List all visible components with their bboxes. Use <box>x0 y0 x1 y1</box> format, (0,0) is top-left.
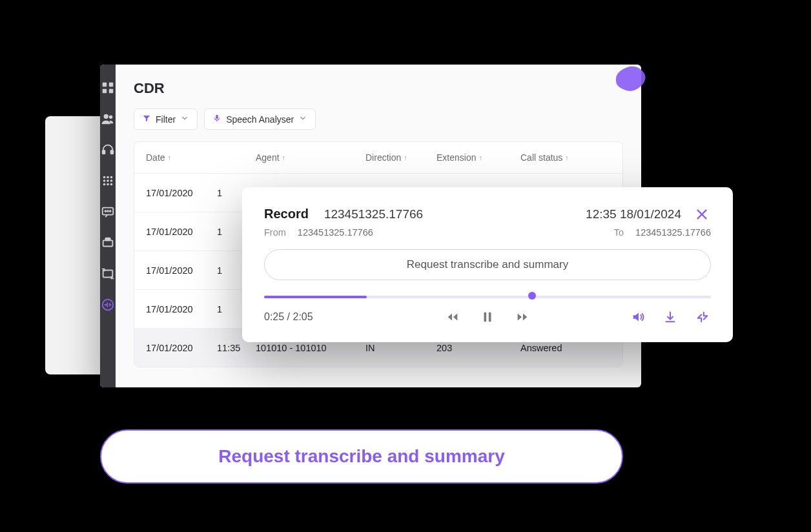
svg-point-15 <box>107 183 109 186</box>
time-display: 0:25 / 2:05 <box>264 311 444 323</box>
filter-icon <box>142 114 151 125</box>
svg-point-5 <box>109 116 113 119</box>
table-header: Date↑ Agent↑ Direction↑ Extension↑ Call … <box>134 142 622 173</box>
progress-fill <box>264 296 367 298</box>
to-label: To <box>614 227 624 238</box>
dialpad-icon[interactable] <box>100 173 116 189</box>
svg-point-14 <box>103 183 106 186</box>
to-value: 123451325.17766 <box>635 227 711 238</box>
request-transcribe-button[interactable]: Request transcribe and summary <box>264 249 711 280</box>
chevron-down-icon <box>298 114 307 125</box>
svg-point-12 <box>107 179 109 182</box>
sort-arrow-icon: ↑ <box>404 154 407 161</box>
col-date[interactable]: Date↑ <box>146 152 217 163</box>
svg-rect-25 <box>216 115 218 119</box>
svg-point-13 <box>110 179 113 182</box>
dashboard-icon[interactable] <box>100 80 116 96</box>
forward-button[interactable] <box>514 309 531 325</box>
scrub-handle[interactable] <box>528 292 536 300</box>
filter-button[interactable]: Filter <box>134 108 198 130</box>
svg-point-19 <box>107 210 108 212</box>
mic-icon <box>212 114 221 125</box>
sort-arrow-icon: ↑ <box>565 154 569 161</box>
rewind-button[interactable] <box>444 309 461 325</box>
minimize-button[interactable] <box>694 309 711 325</box>
svg-rect-21 <box>103 240 113 246</box>
speech-analyser-label: Speech Analyser <box>226 114 294 125</box>
record-label: Record <box>264 207 309 221</box>
pause-button[interactable] <box>479 309 496 325</box>
volume-button[interactable] <box>630 309 646 325</box>
screen-icon[interactable] <box>100 266 116 281</box>
record-id: 123451325.17766 <box>324 207 423 221</box>
col-callstatus[interactable]: Call status↑ <box>520 152 611 163</box>
chevron-down-icon <box>180 114 189 125</box>
sidebar <box>100 65 116 387</box>
chat-icon[interactable] <box>100 204 116 220</box>
svg-point-4 <box>104 114 108 119</box>
svg-point-8 <box>103 176 106 179</box>
record-datetime: 12:35 18/01/2024 <box>586 207 681 221</box>
from-value: 123451325.17766 <box>298 227 373 238</box>
svg-rect-6 <box>103 150 105 154</box>
sort-arrow-icon: ↑ <box>282 154 286 161</box>
audio-wave-icon[interactable] <box>100 297 116 312</box>
decorative-blob-icon <box>610 61 649 94</box>
col-extension[interactable]: Extension↑ <box>436 152 520 163</box>
col-direction[interactable]: Direction↑ <box>365 152 436 163</box>
svg-rect-27 <box>489 312 491 322</box>
svg-point-10 <box>110 176 113 179</box>
col-agent[interactable]: Agent↑ <box>256 152 365 163</box>
close-button[interactable] <box>693 205 711 223</box>
page-title: CDR <box>134 80 623 97</box>
voicemail-icon[interactable] <box>100 235 116 251</box>
svg-point-16 <box>110 183 113 186</box>
record-player-card: Record 123451325.17766 12:35 18/01/2024 … <box>242 187 733 342</box>
svg-rect-3 <box>109 89 113 93</box>
svg-rect-22 <box>105 238 110 241</box>
svg-rect-2 <box>103 89 107 93</box>
svg-point-11 <box>103 179 106 182</box>
svg-point-9 <box>107 176 109 179</box>
from-label: From <box>264 227 286 238</box>
sort-arrow-icon: ↑ <box>168 154 172 161</box>
toolbar: Filter Speech Analyser <box>134 108 623 130</box>
svg-rect-1 <box>109 83 113 87</box>
download-button[interactable] <box>662 309 679 325</box>
svg-rect-26 <box>484 312 487 322</box>
seek-track[interactable] <box>264 293 711 300</box>
svg-rect-7 <box>111 150 114 154</box>
sort-arrow-icon: ↑ <box>478 154 482 161</box>
speech-analyser-button[interactable]: Speech Analyser <box>204 108 316 130</box>
svg-rect-0 <box>103 83 107 87</box>
big-request-transcribe-button[interactable]: Request transcribe and summary <box>100 429 623 484</box>
users-icon[interactable] <box>100 111 116 127</box>
headset-icon[interactable] <box>100 142 116 158</box>
filter-label: Filter <box>156 114 176 125</box>
svg-point-18 <box>105 210 106 212</box>
svg-point-20 <box>110 210 111 212</box>
